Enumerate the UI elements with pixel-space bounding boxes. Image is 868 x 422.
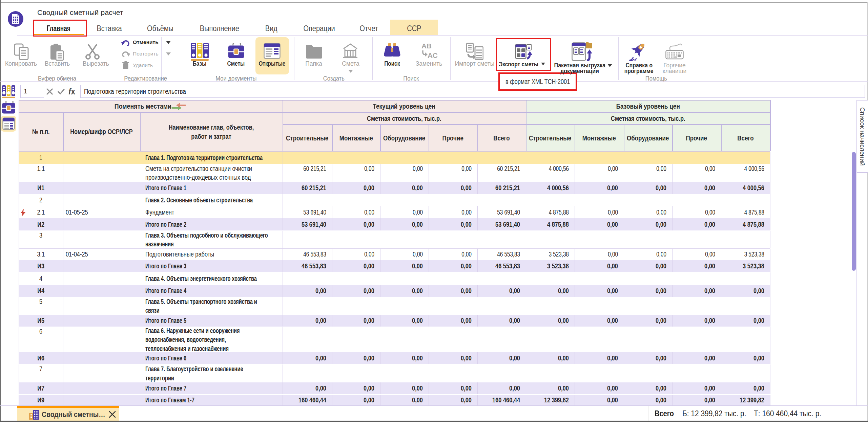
- svg-text:AB: AB: [421, 42, 432, 50]
- svg-text:AC: AC: [428, 51, 438, 59]
